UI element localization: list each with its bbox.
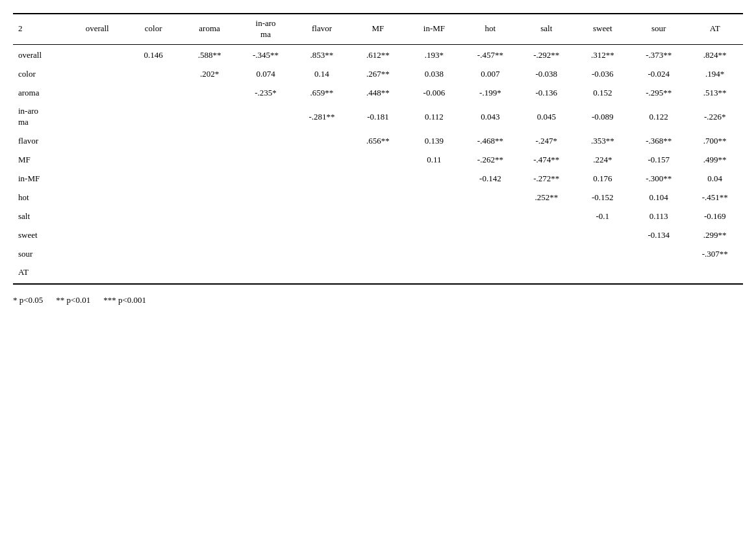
cell-r2-c1: [125, 84, 181, 103]
table-row: flavor.656**0.139-.468**-.247*.353**-.36…: [13, 132, 743, 151]
cell-r10-c1: [125, 245, 181, 264]
col-header-sweet: sweet: [575, 14, 631, 44]
cell-r7-c0: [69, 188, 125, 207]
cell-r4-c6: 0.139: [406, 132, 462, 151]
cell-r6-c9: 0.176: [575, 170, 631, 188]
cell-r3-c10: 0.122: [631, 102, 687, 132]
cell-r10-c11: -.307**: [687, 245, 743, 264]
cell-r9-c3: [238, 226, 294, 245]
cell-r6-c0: [69, 170, 125, 188]
cell-r6-c5: [350, 170, 406, 188]
row-label-7: hot: [13, 188, 69, 207]
cell-r4-c0: [69, 132, 125, 151]
cell-r6-c3: [238, 170, 294, 188]
table-row: MF0.11-.262**-.474**.224*-0.157.499**: [13, 151, 743, 170]
legend-item: * p<0.05: [13, 295, 43, 305]
cell-r9-c11: .299**: [687, 226, 743, 245]
cell-r8-c3: [238, 207, 294, 226]
cell-r6-c7: -0.142: [462, 170, 518, 188]
cell-r7-c1: [125, 188, 181, 207]
row-label-8: salt: [13, 207, 69, 226]
cell-r5-c4: [294, 151, 349, 170]
correlation-table: 2overallcoloraromain-aromaflavorMFin-MFh…: [13, 13, 743, 285]
row-label-0: overall: [13, 44, 69, 64]
cell-r11-c10: [631, 263, 687, 283]
cell-r10-c3: [238, 245, 294, 264]
cell-r5-c2: [181, 151, 237, 170]
cell-r5-c6: 0.11: [406, 151, 462, 170]
cell-r3-c8: 0.045: [518, 102, 574, 132]
cell-r7-c10: 0.104: [631, 188, 687, 207]
cell-r11-c9: [575, 263, 631, 283]
cell-r0-c5: .612**: [350, 44, 406, 64]
cell-r5-c5: [350, 151, 406, 170]
cell-r8-c11: -0.169: [687, 207, 743, 226]
row-label-11: AT: [13, 263, 69, 283]
cell-r3-c5: -0.181: [350, 102, 406, 132]
cell-r11-c4: [294, 263, 349, 283]
legend-item: *** p<0.001: [103, 295, 146, 305]
cell-r3-c2: [181, 102, 237, 132]
cell-r7-c4: [294, 188, 349, 207]
cell-r8-c5: [350, 207, 406, 226]
col-header-hot: hot: [462, 14, 518, 44]
cell-r7-c3: [238, 188, 294, 207]
table-row: in-aroma-.281**-0.1810.1120.0430.045-0.0…: [13, 102, 743, 132]
cell-r3-c7: 0.043: [462, 102, 518, 132]
table-row: in-MF-0.142-.272**0.176-.300**0.04: [13, 170, 743, 188]
cell-r2-c6: -0.006: [406, 84, 462, 103]
cell-r6-c8: -.272**: [518, 170, 574, 188]
cell-r5-c8: -.474**: [518, 151, 574, 170]
row-label-1: color: [13, 65, 69, 84]
cell-r9-c5: [350, 226, 406, 245]
cell-r0-c8: -.292**: [518, 44, 574, 64]
col-header-MF: MF: [350, 14, 406, 44]
cell-r11-c7: [462, 263, 518, 283]
cell-r5-c3: [238, 151, 294, 170]
cell-r9-c8: [518, 226, 574, 245]
cell-r9-c9: [575, 226, 631, 245]
cell-r1-c2: .202*: [181, 65, 237, 84]
cell-r2-c4: .659**: [294, 84, 349, 103]
cell-r1-c9: -0.036: [575, 65, 631, 84]
cell-r10-c6: [406, 245, 462, 264]
cell-r11-c1: [125, 263, 181, 283]
cell-r5-c0: [69, 151, 125, 170]
cell-r1-c6: 0.038: [406, 65, 462, 84]
cell-r11-c6: [406, 263, 462, 283]
cell-r2-c0: [69, 84, 125, 103]
table-row: sour-.307**: [13, 245, 743, 264]
cell-r9-c1: [125, 226, 181, 245]
cell-r1-c8: -0.038: [518, 65, 574, 84]
cell-r4-c1: [125, 132, 181, 151]
col-header-color: color: [125, 14, 181, 44]
cell-r7-c6: [406, 188, 462, 207]
table-row: aroma-.235*.659**.448**-0.006-.199*-0.13…: [13, 84, 743, 103]
cell-r5-c9: .224*: [575, 151, 631, 170]
cell-r8-c4: [294, 207, 349, 226]
cell-r2-c3: -.235*: [238, 84, 294, 103]
cell-r5-c7: -.262**: [462, 151, 518, 170]
col-header-in_aroma: in-aroma: [238, 14, 294, 44]
cell-r10-c7: [462, 245, 518, 264]
cell-r2-c2: [181, 84, 237, 103]
cell-r4-c5: .656**: [350, 132, 406, 151]
cell-r0-c10: -.373**: [631, 44, 687, 64]
cell-r11-c2: [181, 263, 237, 283]
cell-r4-c7: -.468**: [462, 132, 518, 151]
row-label-4: flavor: [13, 132, 69, 151]
cell-r9-c10: -0.134: [631, 226, 687, 245]
cell-r1-c4: 0.14: [294, 65, 349, 84]
cell-r10-c9: [575, 245, 631, 264]
col-header-AT: AT: [687, 14, 743, 44]
cell-r1-c11: .194*: [687, 65, 743, 84]
cell-r0-c0: [69, 44, 125, 64]
cell-r6-c4: [294, 170, 349, 188]
cell-r6-c10: -.300**: [631, 170, 687, 188]
cell-r7-c7: [462, 188, 518, 207]
cell-r3-c1: [125, 102, 181, 132]
cell-r1-c0: [69, 65, 125, 84]
cell-r9-c0: [69, 226, 125, 245]
cell-r0-c4: .853**: [294, 44, 349, 64]
col-header-overall: overall: [69, 14, 125, 44]
